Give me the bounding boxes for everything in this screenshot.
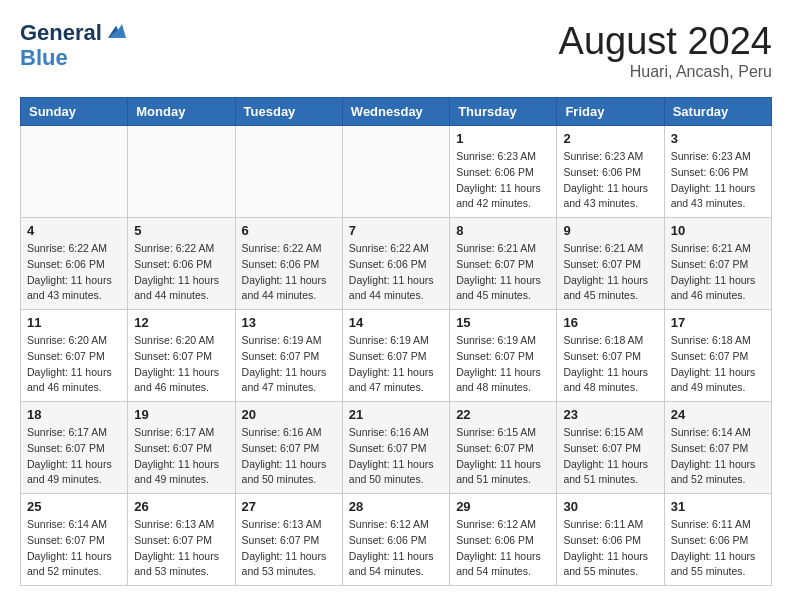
- cell-line: Sunrise: 6:20 AM: [134, 333, 228, 349]
- cell-line: and 44 minutes.: [242, 288, 336, 304]
- title-area: August 2024 Huari, Ancash, Peru: [559, 20, 772, 81]
- cell-line: Sunset: 6:06 PM: [563, 165, 657, 181]
- calendar-week-row: 18Sunrise: 6:17 AMSunset: 6:07 PMDayligh…: [21, 402, 772, 494]
- calendar-cell: 17Sunrise: 6:18 AMSunset: 6:07 PMDayligh…: [664, 310, 771, 402]
- calendar-header-row: SundayMondayTuesdayWednesdayThursdayFrid…: [21, 98, 772, 126]
- cell-line: Sunrise: 6:22 AM: [242, 241, 336, 257]
- cell-line: Sunset: 6:06 PM: [349, 257, 443, 273]
- day-number: 22: [456, 407, 550, 422]
- cell-line: Sunset: 6:07 PM: [349, 349, 443, 365]
- cell-line: and 45 minutes.: [563, 288, 657, 304]
- calendar-cell: 16Sunrise: 6:18 AMSunset: 6:07 PMDayligh…: [557, 310, 664, 402]
- calendar-cell: [21, 126, 128, 218]
- cell-line: Sunset: 6:07 PM: [456, 349, 550, 365]
- day-number: 27: [242, 499, 336, 514]
- cell-line: and 53 minutes.: [134, 564, 228, 580]
- cell-content: Sunrise: 6:19 AMSunset: 6:07 PMDaylight:…: [456, 333, 550, 396]
- day-number: 28: [349, 499, 443, 514]
- cell-line: and 49 minutes.: [671, 380, 765, 396]
- cell-line: Daylight: 11 hours: [134, 273, 228, 289]
- cell-line: Sunrise: 6:23 AM: [563, 149, 657, 165]
- cell-line: and 52 minutes.: [27, 564, 121, 580]
- cell-line: Sunrise: 6:16 AM: [242, 425, 336, 441]
- cell-line: and 46 minutes.: [27, 380, 121, 396]
- cell-line: Daylight: 11 hours: [27, 549, 121, 565]
- cell-content: Sunrise: 6:21 AMSunset: 6:07 PMDaylight:…: [671, 241, 765, 304]
- cell-content: Sunrise: 6:16 AMSunset: 6:07 PMDaylight:…: [242, 425, 336, 488]
- cell-line: Daylight: 11 hours: [349, 549, 443, 565]
- day-number: 6: [242, 223, 336, 238]
- calendar-cell: 7Sunrise: 6:22 AMSunset: 6:06 PMDaylight…: [342, 218, 449, 310]
- day-number: 10: [671, 223, 765, 238]
- weekday-header-thursday: Thursday: [450, 98, 557, 126]
- cell-line: Sunset: 6:07 PM: [134, 533, 228, 549]
- cell-line: and 43 minutes.: [563, 196, 657, 212]
- cell-line: Sunset: 6:07 PM: [242, 349, 336, 365]
- weekday-header-tuesday: Tuesday: [235, 98, 342, 126]
- day-number: 9: [563, 223, 657, 238]
- cell-content: Sunrise: 6:12 AMSunset: 6:06 PMDaylight:…: [349, 517, 443, 580]
- cell-line: Daylight: 11 hours: [134, 365, 228, 381]
- cell-line: Daylight: 11 hours: [134, 457, 228, 473]
- cell-line: Sunset: 6:07 PM: [134, 349, 228, 365]
- cell-line: Daylight: 11 hours: [242, 273, 336, 289]
- cell-content: Sunrise: 6:12 AMSunset: 6:06 PMDaylight:…: [456, 517, 550, 580]
- cell-content: Sunrise: 6:11 AMSunset: 6:06 PMDaylight:…: [671, 517, 765, 580]
- cell-line: Sunset: 6:06 PM: [671, 533, 765, 549]
- calendar-cell: 13Sunrise: 6:19 AMSunset: 6:07 PMDayligh…: [235, 310, 342, 402]
- cell-line: Sunset: 6:07 PM: [349, 441, 443, 457]
- calendar-cell: 21Sunrise: 6:16 AMSunset: 6:07 PMDayligh…: [342, 402, 449, 494]
- day-number: 15: [456, 315, 550, 330]
- cell-line: Sunrise: 6:22 AM: [134, 241, 228, 257]
- cell-content: Sunrise: 6:14 AMSunset: 6:07 PMDaylight:…: [671, 425, 765, 488]
- cell-line: Sunset: 6:07 PM: [563, 441, 657, 457]
- cell-content: Sunrise: 6:19 AMSunset: 6:07 PMDaylight:…: [242, 333, 336, 396]
- calendar-week-row: 25Sunrise: 6:14 AMSunset: 6:07 PMDayligh…: [21, 494, 772, 586]
- calendar-cell: 2Sunrise: 6:23 AMSunset: 6:06 PMDaylight…: [557, 126, 664, 218]
- cell-line: Sunrise: 6:14 AM: [27, 517, 121, 533]
- cell-content: Sunrise: 6:22 AMSunset: 6:06 PMDaylight:…: [349, 241, 443, 304]
- cell-line: Daylight: 11 hours: [456, 273, 550, 289]
- cell-line: and 48 minutes.: [456, 380, 550, 396]
- calendar-cell: [235, 126, 342, 218]
- cell-line: Daylight: 11 hours: [349, 365, 443, 381]
- cell-line: Daylight: 11 hours: [349, 273, 443, 289]
- calendar-week-row: 4Sunrise: 6:22 AMSunset: 6:06 PMDaylight…: [21, 218, 772, 310]
- cell-content: Sunrise: 6:18 AMSunset: 6:07 PMDaylight:…: [563, 333, 657, 396]
- cell-content: Sunrise: 6:23 AMSunset: 6:06 PMDaylight:…: [456, 149, 550, 212]
- cell-line: Daylight: 11 hours: [242, 457, 336, 473]
- day-number: 3: [671, 131, 765, 146]
- cell-line: Daylight: 11 hours: [563, 457, 657, 473]
- cell-line: Sunrise: 6:21 AM: [456, 241, 550, 257]
- cell-content: Sunrise: 6:23 AMSunset: 6:06 PMDaylight:…: [563, 149, 657, 212]
- cell-line: Daylight: 11 hours: [242, 549, 336, 565]
- calendar-cell: 18Sunrise: 6:17 AMSunset: 6:07 PMDayligh…: [21, 402, 128, 494]
- cell-line: Sunset: 6:07 PM: [456, 257, 550, 273]
- page-header: General Blue August 2024 Huari, Ancash, …: [20, 20, 772, 81]
- cell-line: Sunset: 6:07 PM: [671, 349, 765, 365]
- cell-line: Sunrise: 6:16 AM: [349, 425, 443, 441]
- calendar-cell: 30Sunrise: 6:11 AMSunset: 6:06 PMDayligh…: [557, 494, 664, 586]
- calendar-cell: 6Sunrise: 6:22 AMSunset: 6:06 PMDaylight…: [235, 218, 342, 310]
- cell-content: Sunrise: 6:15 AMSunset: 6:07 PMDaylight:…: [563, 425, 657, 488]
- calendar-cell: 24Sunrise: 6:14 AMSunset: 6:07 PMDayligh…: [664, 402, 771, 494]
- cell-line: Sunset: 6:06 PM: [563, 533, 657, 549]
- calendar-cell: 19Sunrise: 6:17 AMSunset: 6:07 PMDayligh…: [128, 402, 235, 494]
- logo: General Blue: [20, 20, 130, 71]
- cell-line: Sunset: 6:07 PM: [671, 257, 765, 273]
- cell-line: Daylight: 11 hours: [671, 457, 765, 473]
- cell-line: Sunrise: 6:13 AM: [242, 517, 336, 533]
- cell-line: and 51 minutes.: [563, 472, 657, 488]
- cell-line: Sunrise: 6:19 AM: [456, 333, 550, 349]
- cell-line: Sunrise: 6:12 AM: [456, 517, 550, 533]
- cell-content: Sunrise: 6:20 AMSunset: 6:07 PMDaylight:…: [134, 333, 228, 396]
- cell-line: Sunrise: 6:15 AM: [563, 425, 657, 441]
- calendar-cell: 5Sunrise: 6:22 AMSunset: 6:06 PMDaylight…: [128, 218, 235, 310]
- day-number: 31: [671, 499, 765, 514]
- cell-line: Sunrise: 6:15 AM: [456, 425, 550, 441]
- cell-line: Daylight: 11 hours: [27, 457, 121, 473]
- cell-line: Sunrise: 6:21 AM: [671, 241, 765, 257]
- cell-line: Sunrise: 6:22 AM: [27, 241, 121, 257]
- cell-line: Sunrise: 6:19 AM: [349, 333, 443, 349]
- cell-line: and 50 minutes.: [242, 472, 336, 488]
